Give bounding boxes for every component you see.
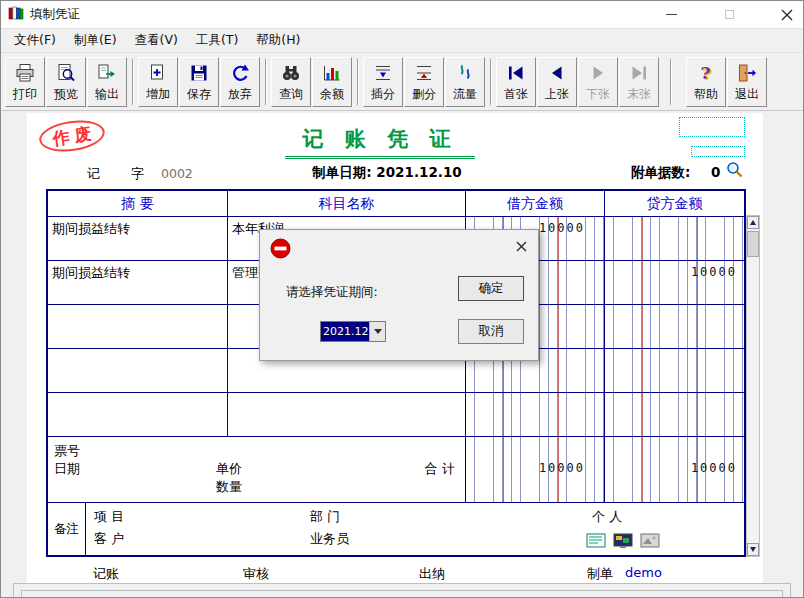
insert-entry-button[interactable]: 插分 [363, 57, 403, 107]
first-voucher-icon [506, 63, 526, 87]
attachment-image-icon[interactable] [640, 533, 660, 552]
void-stamp: 作废 [37, 117, 107, 156]
cell-credit[interactable]: 10000 [605, 261, 744, 304]
audit-date-field [679, 117, 745, 137]
attachment-count-label: 附单据数: [631, 164, 690, 182]
cell-summary[interactable]: 期间损益结转 [48, 261, 228, 304]
total-debit-cell: 10000 [466, 437, 605, 502]
menu-help[interactable]: 帮助(H) [247, 29, 309, 52]
balance-button[interactable]: 余额 [312, 57, 352, 107]
scrollbar-thumb[interactable] [747, 231, 759, 257]
print-preview-icon [56, 63, 76, 87]
last-voucher-button: 末张 [619, 57, 659, 107]
exit-button[interactable]: 退出 [727, 57, 767, 107]
stop-icon [270, 238, 291, 263]
triangle-up-icon [750, 220, 756, 225]
cash-flow-icon [455, 63, 475, 87]
add-document-icon [148, 63, 168, 87]
period-prompt: 请选择凭证期间: [286, 284, 378, 301]
remark-content: 项 目 客 户 部 门 业务员 个 人 [86, 503, 744, 555]
cancel-button[interactable]: 取消 [458, 319, 524, 344]
attachment-screen-icon[interactable] [613, 533, 633, 552]
title-bar: 填制凭证 [1, 1, 803, 29]
vertical-scrollbar[interactable] [746, 215, 760, 557]
toolbar-separator [265, 59, 267, 105]
scroll-down-button[interactable] [747, 543, 759, 556]
next-voucher-icon [588, 63, 608, 87]
help-button[interactable]: ?? 帮助 [686, 57, 726, 107]
toolbar-separator [670, 59, 672, 105]
cell-credit[interactable] [605, 217, 744, 260]
close-button[interactable] [771, 2, 803, 28]
table-row [48, 393, 744, 437]
ok-button[interactable]: 确定 [458, 276, 524, 301]
scroll-up-button[interactable] [747, 216, 759, 229]
header-summary: 摘 要 [48, 191, 228, 216]
attachment-note-icon[interactable] [586, 533, 606, 552]
total-label: 合 计 [425, 460, 455, 478]
app-window: 填制凭证 文件(F) 制单(E) 查看(V) 工具(T) 帮助(H) 打印 预览… [0, 0, 804, 598]
minimize-button[interactable] [655, 2, 687, 28]
bookkeeping-label: 记账 [93, 565, 119, 583]
binoculars-icon [281, 63, 301, 87]
total-row-left: 票号 日期 单价 数量 合 计 [48, 437, 466, 502]
cell-credit[interactable] [605, 393, 744, 436]
voucher-word-suffix: 字 [131, 165, 144, 183]
cascaded-window-frame [21, 590, 783, 598]
cell-summary[interactable] [48, 393, 228, 436]
remark-label: 备注 [48, 503, 86, 555]
toolbar-separator [357, 59, 359, 105]
project-label: 项 目 [94, 508, 124, 526]
abandon-button[interactable]: 放弃 [220, 57, 260, 107]
cell-summary[interactable] [48, 305, 228, 348]
help-icon: ?? [696, 63, 716, 87]
cell-credit[interactable] [605, 305, 744, 348]
menu-voucher[interactable]: 制单(E) [65, 29, 126, 52]
total-credit-cell: 10000 [605, 437, 744, 502]
cell-summary[interactable] [48, 349, 228, 392]
department-label: 部 门 [310, 508, 340, 526]
salesman-label: 业务员 [310, 530, 349, 548]
chevron-down-icon[interactable] [369, 322, 385, 341]
period-combobox[interactable]: 2021.12 [320, 321, 386, 342]
table-header-row: 摘 要 科目名称 借方金额 贷方金额 [48, 191, 744, 217]
export-icon [97, 63, 117, 87]
customer-label: 客 户 [94, 530, 124, 548]
maker-label: 制单 [587, 565, 613, 583]
first-voucher-button[interactable]: 首张 [496, 57, 536, 107]
last-voucher-icon [629, 63, 649, 87]
triangle-down-icon [750, 547, 756, 552]
next-voucher-button: 下张 [578, 57, 618, 107]
menu-tools[interactable]: 工具(T) [187, 29, 247, 52]
cell-credit[interactable] [605, 349, 744, 392]
query-button[interactable]: 查询 [271, 57, 311, 107]
magnifier-icon[interactable] [725, 160, 744, 179]
cash-flow-button[interactable]: 流量 [445, 57, 485, 107]
quantity-label: 数量 [216, 478, 242, 496]
svg-text:?: ? [701, 63, 711, 83]
add-button[interactable]: 增加 [138, 57, 178, 107]
personal-label: 个 人 [592, 508, 622, 526]
period-combobox-value[interactable]: 2021.12 [321, 322, 369, 341]
date-label: 日期 [54, 460, 80, 478]
cell-account[interactable] [228, 393, 466, 436]
cell-summary[interactable]: 期间损益结转 [48, 217, 228, 260]
prev-voucher-button[interactable]: 上张 [537, 57, 577, 107]
window-title: 填制凭证 [30, 6, 80, 23]
audit-date-field-2 [691, 146, 745, 157]
menu-file[interactable]: 文件(F) [5, 29, 65, 52]
output-button[interactable]: 输出 [87, 57, 127, 107]
prev-voucher-icon [547, 63, 567, 87]
delete-entry-button[interactable]: 删分 [404, 57, 444, 107]
voucher-title: 记 账 凭 证 [285, 125, 475, 159]
maker-name: demo [625, 565, 662, 580]
save-floppy-icon [189, 63, 209, 87]
printer-icon [15, 63, 35, 87]
dialog-close-icon[interactable] [513, 238, 529, 254]
save-button[interactable]: 保存 [179, 57, 219, 107]
print-button[interactable]: 打印 [5, 57, 45, 107]
menu-view[interactable]: 查看(V) [126, 29, 187, 52]
cell-debit[interactable] [466, 393, 605, 436]
preview-button[interactable]: 预览 [46, 57, 86, 107]
attachment-count-value: 0 [711, 164, 720, 180]
